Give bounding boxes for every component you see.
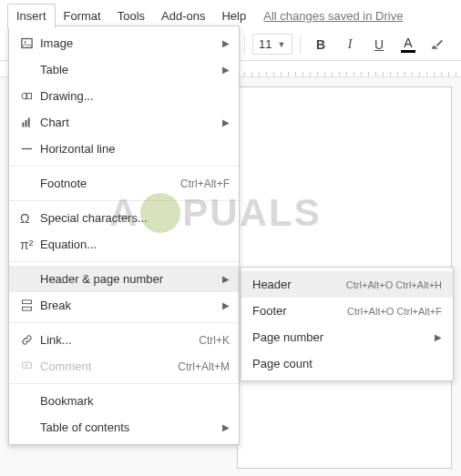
submenu-item-header[interactable]: Header Ctrl+Alt+O Ctrl+Alt+H: [241, 271, 453, 298]
menu-item-horizontal-line[interactable]: Horizontal line: [9, 136, 239, 162]
menu-item-label: Table of contents: [40, 420, 215, 434]
menu-separator: [9, 383, 239, 384]
menu-item-shortcut: Ctrl+K: [199, 334, 230, 347]
menu-item-label: Chart: [40, 116, 215, 129]
menu-separator: [9, 261, 239, 262]
menu-item-link[interactable]: Link... Ctrl+K: [9, 327, 239, 353]
menu-item-label: Image: [40, 36, 215, 50]
menu-item-drawing[interactable]: Drawing...: [9, 83, 239, 109]
menu-tools[interactable]: Tools: [109, 5, 153, 27]
chevron-right-icon: ▶: [222, 274, 230, 284]
submenu-item-label: Header: [252, 278, 346, 291]
italic-button[interactable]: I: [337, 33, 363, 56]
menu-item-label: Special characters...: [40, 211, 230, 225]
link-icon: [20, 333, 40, 347]
header-page-number-submenu: Header Ctrl+Alt+O Ctrl+Alt+H Footer Ctrl…: [241, 267, 454, 381]
chevron-right-icon: ▶: [435, 332, 442, 342]
chevron-right-icon: ▶: [222, 117, 230, 127]
menu-item-label: Horizontal line: [40, 142, 230, 156]
hr-icon: [20, 142, 40, 156]
highlight-icon: [430, 37, 445, 52]
submenu-item-shortcut: Ctrl+Alt+O Ctrl+Alt+F: [347, 306, 442, 317]
text-color-button[interactable]: A: [395, 35, 421, 53]
pi-icon: π²: [20, 238, 40, 252]
chart-icon: [20, 116, 40, 129]
font-size-selector[interactable]: 11 ▼: [252, 34, 292, 55]
menu-item-table-of-contents[interactable]: Table of contents ▶: [9, 414, 239, 441]
break-icon: [20, 299, 40, 312]
menu-item-comment: Comment Ctrl+Alt+M: [9, 353, 239, 380]
menu-item-label: Equation...: [40, 238, 230, 251]
svg-point-1: [25, 41, 26, 43]
submenu-item-label: Footer: [252, 304, 347, 318]
omega-icon: Ω: [20, 211, 40, 226]
svg-rect-9: [23, 307, 32, 310]
menu-format[interactable]: Format: [56, 5, 109, 27]
submenu-item-label: Page count: [252, 357, 442, 370]
menu-item-shortcut: Ctrl+Alt+M: [178, 360, 230, 373]
chevron-right-icon: ▶: [222, 65, 230, 75]
svg-rect-4: [23, 123, 25, 127]
image-icon: [20, 36, 40, 50]
svg-rect-6: [28, 118, 30, 127]
submenu-item-shortcut: Ctrl+Alt+O Ctrl+Alt+H: [346, 279, 442, 290]
menu-separator: [9, 166, 239, 167]
color-bar: [401, 50, 415, 53]
chevron-right-icon: ▶: [222, 300, 230, 310]
menu-item-header-page-number[interactable]: Header & page number ▶: [9, 266, 239, 292]
comment-icon: [20, 360, 40, 373]
drawing-icon: [20, 89, 40, 103]
bold-button[interactable]: B: [308, 33, 333, 56]
menu-item-equation[interactable]: π² Equation...: [9, 231, 239, 258]
saved-status[interactable]: All changes saved in Drive: [263, 9, 403, 23]
menu-item-special-characters[interactable]: Ω Special characters...: [9, 205, 239, 231]
menu-separator: [9, 322, 239, 323]
menu-item-break[interactable]: Break ▶: [9, 292, 239, 319]
menu-item-image[interactable]: Image ▶: [9, 30, 239, 56]
menu-insert[interactable]: Insert: [7, 4, 56, 28]
menu-help[interactable]: Help: [213, 5, 254, 27]
highlight-button[interactable]: [425, 33, 450, 56]
menubar: Insert Format Tools Add-ons Help All cha…: [0, 0, 461, 28]
menu-item-chart[interactable]: Chart ▶: [9, 109, 239, 136]
underline-button[interactable]: U: [366, 33, 392, 56]
menu-item-label: Footnote: [40, 177, 171, 190]
menu-item-label: Break: [40, 299, 215, 312]
menu-item-label: Header & page number: [40, 272, 215, 286]
svg-rect-8: [23, 300, 32, 304]
menu-addons[interactable]: Add-ons: [153, 5, 213, 27]
menu-item-label: Bookmark: [40, 394, 230, 408]
menu-item-shortcut: Ctrl+Alt+F: [180, 177, 230, 190]
submenu-item-page-count[interactable]: Page count: [241, 350, 453, 377]
font-size-value: 11: [259, 37, 271, 51]
menu-separator: [9, 200, 239, 201]
menu-item-label: Link...: [40, 333, 190, 347]
chevron-right-icon: ▶: [222, 422, 230, 432]
menu-item-bookmark[interactable]: Bookmark: [9, 388, 239, 414]
menu-item-label: Drawing...: [40, 89, 230, 103]
menu-item-label: Comment: [40, 360, 169, 373]
insert-dropdown: Image ▶ Table ▶ Drawing... Chart ▶ Horiz…: [8, 25, 240, 445]
submenu-item-page-number[interactable]: Page number ▶: [241, 324, 453, 350]
submenu-item-footer[interactable]: Footer Ctrl+Alt+O Ctrl+Alt+F: [241, 298, 453, 324]
menu-item-table[interactable]: Table ▶: [9, 56, 239, 83]
menu-item-footnote[interactable]: Footnote Ctrl+Alt+F: [9, 170, 239, 197]
chevron-right-icon: ▶: [222, 38, 230, 48]
chevron-down-icon: ▼: [277, 40, 285, 49]
submenu-item-label: Page number: [252, 330, 427, 344]
menu-item-label: Table: [40, 63, 215, 76]
svg-rect-0: [22, 39, 32, 48]
svg-rect-5: [26, 120, 27, 127]
